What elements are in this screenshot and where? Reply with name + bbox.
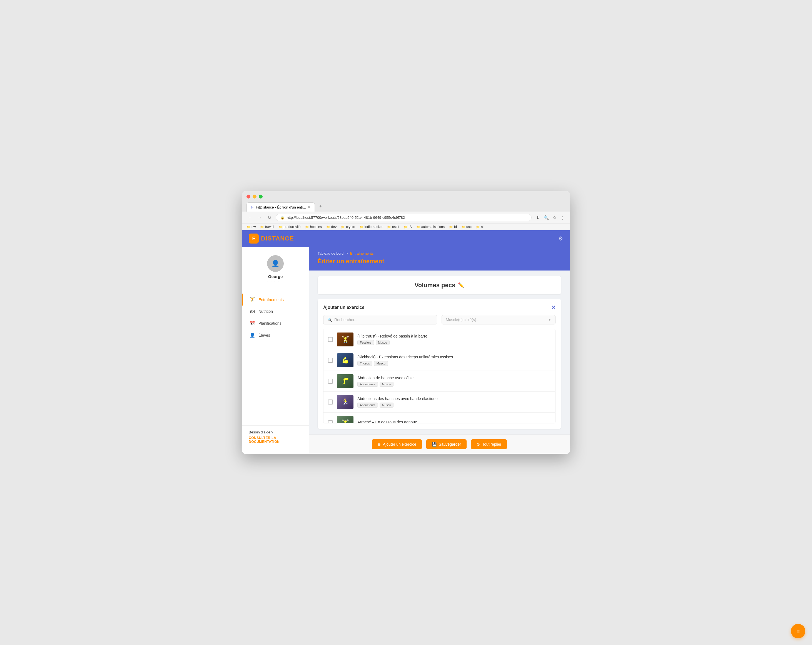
exercise-thumbnail-1: 🏋 [337, 333, 354, 346]
exercise-tags-4: Abducteurs Muscu [357, 403, 551, 408]
bookmark-crypto[interactable]: 📁 crypto [341, 225, 355, 229]
sidebar-help: Besoin d'aide ? CONSULTER LA DOCUMENTATI… [242, 425, 309, 448]
sidebar-item-label: Élèves [258, 333, 270, 338]
tag: Muscu [380, 403, 394, 408]
exercise-info-5: Arraché – En dessous des genoux [357, 420, 551, 423]
search-page-icon[interactable]: 🔍 [542, 214, 550, 221]
sidebar: 👤 George ·· ········ ·· 🏋 Entraînements … [242, 247, 309, 454]
browser-window: F FitDistance - Édition d'un entr... × +… [242, 191, 570, 454]
tab-bar: F FitDistance - Édition d'un entr... × + [246, 201, 566, 212]
breadcrumb-current: Entraînements [350, 251, 374, 255]
sidebar-item-planifications[interactable]: 📅 Planifications [242, 317, 309, 329]
address-bar-row: ← → ↻ 🔒 http://localhost:57700/workouts/… [242, 212, 570, 224]
bookmark-automatisations[interactable]: 📁 automatisations [416, 225, 445, 229]
bookmark-ia[interactable]: 📁 IA [404, 225, 412, 229]
help-link[interactable]: CONSULTER LA DOCUMENTATION [249, 436, 302, 444]
exercise-thumbnail-5: 🏋 [337, 416, 354, 423]
sidebar-item-nutrition[interactable]: 🍽 Nutrition [242, 306, 309, 317]
breadcrumb: Tableau de bord > Entraînements [317, 251, 561, 255]
new-tab-button[interactable]: + [316, 201, 326, 212]
bookmark-hobbies[interactable]: 📁 hobbies [305, 225, 322, 229]
search-input[interactable] [334, 318, 433, 322]
exercise-checkbox-4[interactable] [328, 399, 333, 405]
exercise-checkbox-1[interactable] [328, 337, 333, 342]
panel-close-button[interactable]: ✕ [551, 304, 556, 310]
traffic-lights [246, 195, 566, 199]
bookmark-productivite[interactable]: 📁 productivité [278, 225, 301, 229]
browser-tab-active[interactable]: F FitDistance - Édition d'un entr... × [246, 202, 315, 212]
exercise-info-4: Abductions des hanches avec bande élasti… [357, 396, 551, 408]
help-title: Besoin d'aide ? [249, 430, 302, 434]
bookmark-sac[interactable]: 📁 sac [461, 225, 472, 229]
tag: Abducteurs [357, 403, 378, 408]
bookmark-osint[interactable]: 📁 osint [387, 225, 399, 229]
tab-title: FitDistance - Édition d'un entr... [256, 205, 306, 209]
exercise-checkbox-2[interactable] [328, 358, 333, 363]
exercise-name-5: Arraché – En dessous des genoux [357, 420, 551, 423]
exercise-thumbnail-2: 💪 [337, 353, 354, 367]
content-area: Tableau de bord > Entraînements Éditer u… [309, 247, 570, 454]
save-button[interactable]: 💾 Sauvegarder [426, 439, 467, 449]
exercise-thumbnail-4: 🏃 [337, 395, 354, 409]
page-title: Éditer un entraînement [317, 258, 561, 265]
exercise-checkbox-3[interactable] [328, 379, 333, 384]
main-content: Volumes pecs ✏️ Ajouter un exercice ✕ [309, 271, 570, 434]
address-input[interactable]: 🔒 http://localhost:57700/workouts/68cea6… [276, 214, 532, 221]
bookmark-dev[interactable]: 📁 dev [326, 225, 337, 229]
page-header: Tableau de bord > Entraînements Éditer u… [309, 247, 570, 271]
fab-button[interactable]: ≡ [791, 624, 805, 638]
bookmark-indie-hacker[interactable]: 📁 indie-hacker [360, 225, 383, 229]
tab-close-button[interactable]: × [308, 205, 310, 209]
exercise-info-3: Abduction de hanche avec câble Abducteur… [357, 376, 551, 387]
bookmark-dw[interactable]: 📁 dw [246, 225, 256, 229]
settings-button[interactable]: ⚙ [558, 235, 563, 242]
bookmark-travail[interactable]: 📁 travail [260, 225, 274, 229]
sidebar-item-eleves[interactable]: 👤 Élèves [242, 329, 309, 341]
lock-icon: 🔒 [280, 216, 285, 220]
bookmark-ai[interactable]: 📁 ai [476, 225, 484, 229]
tag: Muscu [380, 382, 394, 387]
list-item: 🏋 (Hip thrust) - Relevé de bassin à la b… [324, 329, 555, 350]
close-window-button[interactable] [246, 195, 250, 199]
sidebar-item-label: Nutrition [258, 309, 273, 313]
eleves-icon: 👤 [250, 333, 255, 338]
user-name: George [268, 274, 283, 279]
main-layout: 👤 George ·· ········ ·· 🏋 Entraînements … [242, 247, 570, 454]
add-icon: ⊕ [377, 442, 381, 446]
muscle-filter-dropdown[interactable]: Muscle(s) ciblé(s)... ▼ [441, 315, 556, 324]
tag: Triceps [357, 361, 372, 366]
reload-button[interactable]: ↻ [267, 214, 272, 221]
add-exercise-button[interactable]: ⊕ Ajouter un exercice [372, 439, 422, 449]
sidebar-nav: 🏋 Entraînements 🍽 Nutrition 📅 Planificat… [242, 289, 309, 425]
breadcrumb-home[interactable]: Tableau de bord [317, 251, 343, 255]
browser-actions: ⬇ 🔍 ☆ ⋮ [535, 214, 566, 221]
more-options-icon[interactable]: ⋮ [559, 214, 566, 221]
entrainements-icon: 🏋 [250, 297, 255, 302]
list-item: 🦵 Abduction de hanche avec câble Abducte… [324, 371, 555, 392]
exercise-info-1: (Hip thrust) - Relevé de bassin à la bar… [357, 334, 551, 345]
collapse-all-button[interactable]: ⊙ Tout replier [471, 439, 507, 449]
workout-edit-icon[interactable]: ✏️ [458, 282, 464, 288]
app-logo: F DISTANCE [249, 234, 294, 243]
list-item: 🏃 Abductions des hanches avec bande élas… [324, 392, 555, 413]
url-text: http://localhost:57700/workouts/68cea640… [287, 216, 527, 220]
list-item: 💪 (Kickback) - Extensions des triceps un… [324, 350, 555, 371]
forward-button[interactable]: → [256, 214, 263, 221]
tab-favicon: F [251, 205, 254, 209]
exercise-name-1: (Hip thrust) - Relevé de bassin à la bar… [357, 334, 551, 338]
maximize-window-button[interactable] [259, 195, 263, 199]
back-button[interactable]: ← [246, 214, 253, 221]
exercise-checkbox-5[interactable] [328, 420, 333, 423]
exercise-list: 🏋 (Hip thrust) - Relevé de bassin à la b… [323, 329, 556, 423]
tag: Fessiers [357, 340, 374, 345]
minimize-window-button[interactable] [253, 195, 256, 199]
user-dots: ·· ········ ·· [266, 280, 285, 283]
download-icon[interactable]: ⬇ [535, 214, 541, 221]
tag: Muscu [376, 340, 389, 345]
save-icon: 💾 [432, 442, 437, 446]
sidebar-item-entrainements[interactable]: 🏋 Entraînements [242, 293, 309, 306]
sidebar-item-label: Planifications [258, 321, 281, 326]
bookmark-icon[interactable]: ☆ [552, 214, 557, 221]
bookmark-fd[interactable]: 📁 fd [449, 225, 457, 229]
exercise-tags-2: Triceps Muscu [357, 361, 551, 366]
